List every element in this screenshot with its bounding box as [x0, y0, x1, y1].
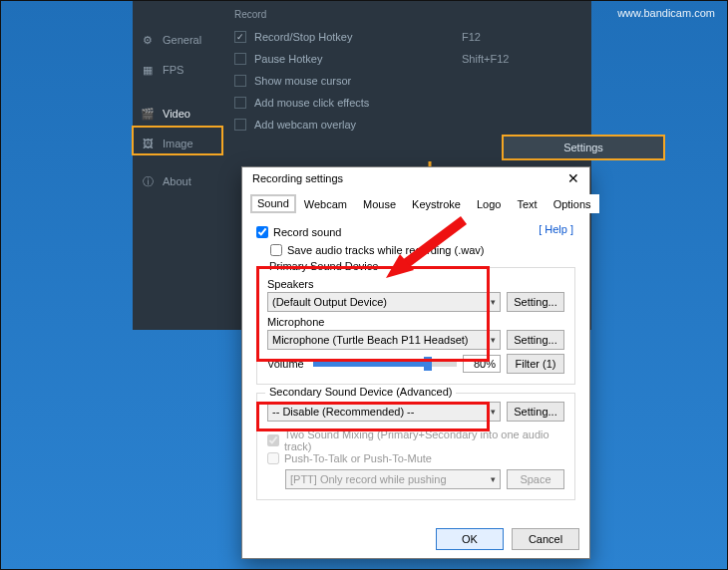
- combo-value: (Default Output Device): [272, 296, 387, 308]
- image-icon: 🖼: [141, 137, 155, 150]
- sidebar-item-label: About: [163, 175, 191, 187]
- chevron-down-icon: ▾: [491, 297, 496, 307]
- dialog-footer: OK Cancel: [436, 528, 579, 550]
- checkbox-icon[interactable]: [270, 244, 282, 256]
- hotkey-value: F12: [462, 31, 481, 43]
- opt-mouse-cursor[interactable]: Show mouse cursor: [234, 70, 579, 92]
- volume-slider[interactable]: [313, 361, 457, 367]
- ptt-mode-dropdown: [PTT] Only record while pushing ▾: [285, 469, 501, 489]
- speakers-label: Speakers: [267, 278, 564, 290]
- sidebar-item-fps[interactable]: ▦ FPS: [133, 55, 222, 85]
- opt-label: Pause Hotkey: [254, 53, 322, 65]
- checkbox-icon: [267, 434, 279, 446]
- volume-value: 80%: [463, 355, 501, 373]
- mic-setting-button[interactable]: Setting...: [507, 330, 564, 350]
- sidebar-item-general[interactable]: ⚙ General: [133, 25, 222, 55]
- dialog-titlebar: Recording settings ✕: [242, 167, 589, 189]
- primary-sound-group: Primary Sound Device Speakers (Default O…: [256, 267, 575, 385]
- tab-logo[interactable]: Logo: [469, 194, 509, 213]
- two-sound-mixing-checkbox: Two Sound Mixing (Primary+Secondary into…: [267, 431, 564, 449]
- section-title: Record: [234, 9, 579, 20]
- tab-text[interactable]: Text: [509, 194, 545, 213]
- fps-icon: ▦: [141, 63, 155, 77]
- secondary-sound-group: Secondary Sound Device (Advanced) -- Dis…: [256, 393, 575, 500]
- save-wav-checkbox[interactable]: Save audio tracks while recording (.wav): [270, 241, 575, 259]
- hotkey-value: Shift+F12: [462, 53, 509, 65]
- checkbox-label: Save audio tracks while recording (.wav): [287, 244, 484, 256]
- tab-keystroke[interactable]: Keystroke: [404, 194, 469, 213]
- checkbox-icon: [267, 452, 279, 464]
- tab-bar: Sound Webcam Mouse Keystroke Logo Text O…: [250, 193, 581, 213]
- ok-button[interactable]: OK: [436, 528, 504, 550]
- checkbox-icon: [234, 119, 246, 131]
- checkbox-icon: [234, 75, 246, 87]
- dialog-title: Recording settings: [252, 172, 343, 184]
- group-title: Secondary Sound Device (Advanced): [265, 386, 456, 398]
- checkbox-label: Two Sound Mixing (Primary+Secondary into…: [284, 428, 564, 452]
- recording-settings-dialog: Recording settings ✕ Sound Webcam Mouse …: [241, 166, 590, 559]
- dialog-body: Record sound Save audio tracks while rec…: [242, 213, 589, 514]
- sidebar-item-label: General: [163, 34, 201, 46]
- volume-label: Volume: [267, 358, 307, 370]
- checkbox-label: Record sound: [273, 226, 342, 238]
- tab-mouse[interactable]: Mouse: [355, 194, 404, 213]
- checkbox-icon: [234, 97, 246, 109]
- close-button[interactable]: ✕: [563, 169, 583, 187]
- opt-click-effects[interactable]: Add mouse click effects: [234, 92, 579, 114]
- mic-label: Microphone: [267, 316, 564, 328]
- secondary-dropdown[interactable]: -- Disable (Recommended) -- ▾: [267, 402, 501, 422]
- speakers-dropdown[interactable]: (Default Output Device) ▾: [267, 292, 501, 312]
- sidebar-item-video[interactable]: 🎬 Video: [133, 99, 222, 129]
- secondary-setting-button[interactable]: Setting...: [507, 402, 564, 422]
- record-sound-checkbox[interactable]: Record sound: [256, 223, 575, 241]
- settings-button[interactable]: Settings: [504, 137, 663, 158]
- filter-button[interactable]: Filter (1): [507, 354, 564, 374]
- sidebar-item-about[interactable]: ⓘ About: [133, 166, 222, 196]
- chevron-down-icon: ▾: [491, 407, 496, 417]
- watermark: www.bandicam.com: [617, 7, 715, 19]
- checkbox-icon: [234, 53, 246, 65]
- gear-icon: ⚙: [141, 33, 155, 47]
- tab-options[interactable]: Options: [546, 194, 599, 213]
- opt-label: Record/Stop Hotkey: [254, 31, 352, 43]
- checkbox-icon[interactable]: [256, 226, 268, 238]
- opt-record-stop[interactable]: ✓ Record/Stop Hotkey F12: [234, 26, 579, 48]
- video-icon: 🎬: [141, 107, 155, 121]
- sidebar-item-label: FPS: [163, 64, 183, 76]
- help-link[interactable]: [ Help ]: [539, 223, 573, 235]
- tab-sound[interactable]: Sound: [250, 194, 296, 213]
- ptt-key-field: Space: [507, 469, 564, 489]
- sidebar: ⚙ General ▦ FPS 🎬 Video 🖼 Image ⓘ About: [133, 1, 222, 330]
- combo-value: [PTT] Only record while pushing: [290, 473, 447, 485]
- group-title: Primary Sound Device: [265, 260, 382, 272]
- opt-label: Add webcam overlay: [254, 119, 356, 131]
- tab-webcam[interactable]: Webcam: [296, 194, 355, 213]
- combo-value: -- Disable (Recommended) --: [272, 406, 414, 418]
- info-icon: ⓘ: [141, 174, 155, 188]
- chevron-down-icon: ▾: [491, 474, 496, 484]
- chevron-down-icon: ▾: [491, 335, 496, 345]
- slider-thumb[interactable]: [424, 357, 432, 371]
- opt-pause[interactable]: Pause Hotkey Shift+F12: [234, 48, 579, 70]
- opt-label: Show mouse cursor: [254, 75, 351, 87]
- cancel-button[interactable]: Cancel: [512, 528, 579, 550]
- sidebar-item-image[interactable]: 🖼 Image: [133, 129, 222, 158]
- microphone-dropdown[interactable]: Microphone (Turtle Beach P11 Headset) ▾: [267, 330, 501, 350]
- opt-label: Add mouse click effects: [254, 97, 369, 109]
- checkbox-icon: ✓: [234, 31, 246, 43]
- checkbox-label: Push-To-Talk or Push-To-Mute: [284, 452, 432, 464]
- slider-fill: [313, 361, 428, 367]
- speakers-setting-button[interactable]: Setting...: [507, 292, 564, 312]
- sidebar-item-label: Image: [163, 138, 193, 149]
- opt-webcam-overlay[interactable]: Add webcam overlay: [234, 114, 579, 136]
- combo-value: Microphone (Turtle Beach P11 Headset): [272, 334, 468, 346]
- sidebar-item-label: Video: [163, 108, 190, 120]
